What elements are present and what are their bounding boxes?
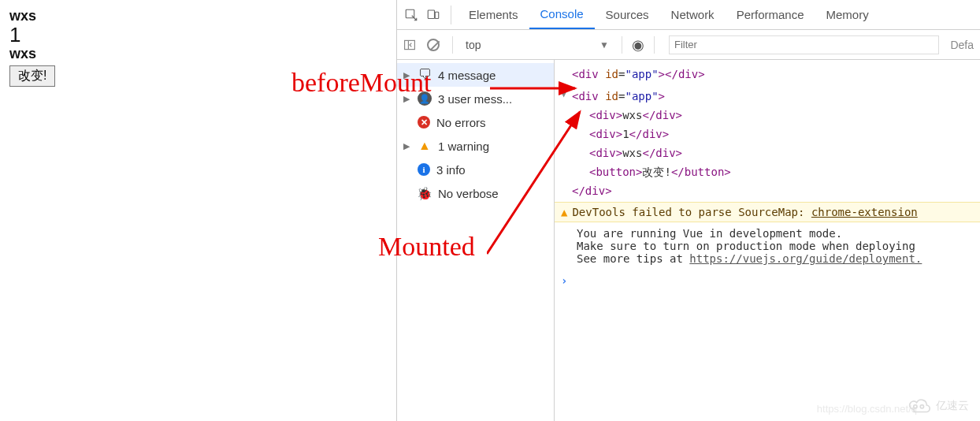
tab-elements[interactable]: Elements [458,0,529,29]
info-icon: i [418,163,430,176]
clear-console-icon[interactable] [424,35,443,54]
tab-console[interactable]: Console [529,0,595,29]
console-sidebar: ▶ 🗨 4 message ▶ 👤 3 user mess... ✕ No er… [397,60,555,421]
live-expression-icon[interactable]: ◉ [632,36,644,54]
divider [622,36,622,54]
divider [654,36,655,54]
svg-rect-3 [428,10,434,19]
messages-icon: 🗨 [418,68,432,82]
app-text-3: wxs [9,46,387,62]
console-toolbar: top ▼ ◉ Defa [397,30,980,60]
cloud-icon [906,397,933,416]
sidebar-row-warnings[interactable]: ▶ ▲ 1 warning [397,134,554,158]
warning-link[interactable]: chrome-extension [811,206,918,218]
divider [451,6,451,24]
filter-input[interactable] [669,35,939,54]
node-text: wxs [622,147,642,159]
caret-down-icon[interactable]: ▼ [561,87,572,99]
log-levels-label[interactable]: Defa [950,39,974,51]
caret-right-icon: ▶ [403,141,411,151]
console-prompt[interactable]: › [555,270,980,292]
tab-sources[interactable]: Sources [595,0,660,29]
brand-watermark: 亿速云 [901,397,969,416]
chevron-down-icon: ▼ [600,39,609,50]
error-icon: ✕ [418,116,430,129]
tab-network[interactable]: Network [660,0,726,29]
console-output: <div id="app"></div> ▼ <div id="app"> <d… [555,60,980,421]
console-info: You are running Vue in development mode.… [555,222,980,270]
warning-icon: ▲ [418,139,432,153]
vue-guide-link[interactable]: https://vuejs.org/guide/deployment. [689,252,922,265]
node-text: wxs [622,109,642,121]
node-text: 改变! [642,166,670,178]
svg-point-8 [920,405,923,408]
caret-right-icon: ▶ [403,94,411,104]
svg-rect-4 [435,12,439,18]
divider [452,36,453,54]
sidebar-row-user[interactable]: ▶ 👤 3 user mess... [397,87,554,110]
toggle-sidebar-icon[interactable] [400,35,419,54]
caret-right-icon: ▶ [403,70,411,80]
context-selector[interactable]: top ▼ [462,39,612,51]
devtools-tabbar: Elements Console Sources Network Perform… [397,0,980,30]
sidebar-label: No errors [436,116,486,129]
change-button[interactable]: 改变! [9,65,55,87]
console-warning[interactable]: ▲ DevTools failed to parse SourceMap: ch… [555,202,980,222]
devtools-panel: Elements Console Sources Network Perform… [396,0,980,421]
page-content: wxs 1 wxs 改变! [0,0,396,421]
sidebar-row-messages[interactable]: ▶ 🗨 4 message [397,63,554,87]
spacer [561,65,572,66]
user-icon: 👤 [418,91,432,106]
tab-performance[interactable]: Performance [726,0,815,29]
bug-icon: 🐞 [418,186,432,200]
app-text-1: wxs [9,8,387,24]
sidebar-label: 1 warning [438,140,489,153]
sidebar-label: 3 user mess... [438,92,512,106]
tab-memory[interactable]: Memory [815,0,880,29]
sidebar-label: 4 message [438,69,496,82]
console-log-mounted[interactable]: ▼ <div id="app"> <div>wxs</div> <div>1</… [555,85,980,202]
sidebar-label: 3 info [436,163,466,177]
sidebar-row-errors[interactable]: ✕ No errors [397,110,554,134]
warning-text: DevTools failed to parse SourceMap: [572,206,811,218]
inspect-element-icon[interactable] [400,4,422,26]
toggle-device-icon[interactable] [422,4,444,26]
node-text: 1 [622,128,629,140]
warning-icon: ▲ [561,206,567,218]
sidebar-row-verbose[interactable]: 🐞 No verbose [397,181,554,205]
app-text-2: 1 [9,23,387,47]
sidebar-label: No verbose [438,187,499,200]
context-label: top [466,39,481,51]
sidebar-row-info[interactable]: i 3 info [397,158,554,181]
svg-point-7 [914,405,917,408]
console-log-before-mount[interactable]: <div id="app"></div> [555,63,980,85]
